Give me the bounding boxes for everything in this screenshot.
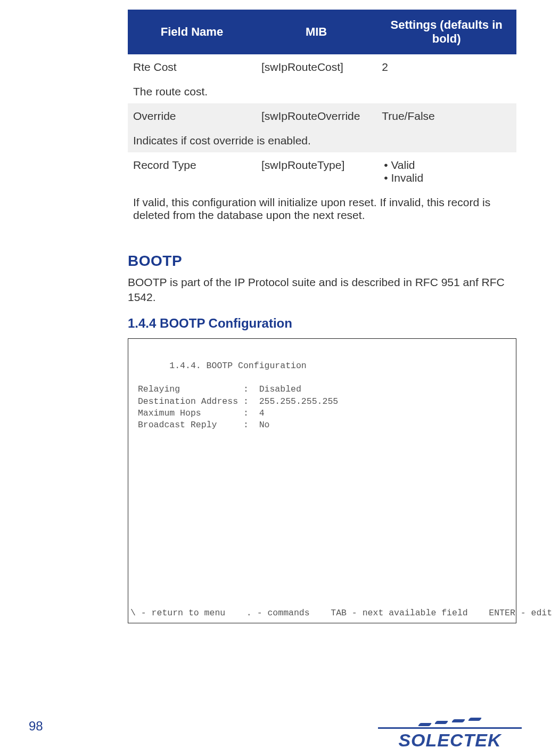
field-table: Field Name MIB Settings (defaults in bol… bbox=[128, 10, 516, 227]
terminal-title: 1.4.4. BOOTP Configuration bbox=[133, 361, 307, 371]
table-header-row: Field Name MIB Settings (defaults in bol… bbox=[128, 10, 516, 54]
terminal-screen: 1.4.4. BOOTP Configuration Relaying : Di… bbox=[128, 338, 516, 623]
setting-value: Valid bbox=[384, 159, 511, 172]
cell-setting-list: Valid Invalid bbox=[376, 152, 516, 190]
section-body-bootp: BOOTP is part of the IP Protocol suite a… bbox=[128, 275, 516, 305]
cell-setting: 2 bbox=[376, 54, 516, 79]
col-mib: MIB bbox=[256, 10, 376, 54]
terminal-row-label: Broadcast Reply : bbox=[138, 420, 249, 430]
cell-field: Record Type bbox=[128, 152, 256, 190]
cell-mib: [swIpRouteCost] bbox=[256, 54, 376, 79]
table-row-desc: The route cost. bbox=[128, 79, 516, 103]
terminal-footer: \ - return to menu . - commands TAB - ne… bbox=[130, 607, 512, 619]
logo-bars-icon bbox=[417, 718, 483, 726]
terminal-row-label: Relaying : bbox=[138, 384, 249, 394]
subsection-heading-bootp-config: 1.4.4 BOOTP Configuration bbox=[128, 316, 516, 331]
solectek-logo: SOLECTEK bbox=[378, 718, 522, 750]
terminal-row-label: Maximum Hops : bbox=[138, 408, 249, 418]
table-row-desc: Indicates if cost override is enabled. bbox=[128, 128, 516, 152]
cell-field: Rte Cost bbox=[128, 54, 256, 79]
cell-desc: Indicates if cost override is enabled. bbox=[128, 128, 516, 152]
section-heading-bootp: BOOTP bbox=[128, 253, 516, 270]
terminal-row-value: No bbox=[259, 420, 270, 430]
cell-mib: [swIpRouteType] bbox=[256, 152, 376, 190]
col-field-name: Field Name bbox=[128, 10, 256, 54]
table-row: Rte Cost [swIpRouteCost] 2 bbox=[128, 54, 516, 79]
col-settings: Settings (defaults in bold) bbox=[376, 10, 516, 54]
logo-text: SOLECTEK bbox=[378, 727, 522, 751]
cell-mib: [swIpRouteOverride bbox=[256, 103, 376, 128]
terminal-row-value: 255.255.255.255 bbox=[259, 396, 339, 407]
table-row: Record Type [swIpRouteType] Valid Invali… bbox=[128, 152, 516, 190]
table-row-desc: If valid, this configuration will initia… bbox=[128, 190, 516, 227]
terminal-row-value: Disabled bbox=[259, 384, 301, 394]
cell-setting: True/False bbox=[376, 103, 516, 128]
terminal-row-value: 4 bbox=[259, 408, 265, 418]
table-row: Override [swIpRouteOverride True/False bbox=[128, 103, 516, 128]
setting-value: Invalid bbox=[384, 172, 511, 184]
cell-desc: The route cost. bbox=[128, 79, 516, 103]
cell-desc: If valid, this configuration will initia… bbox=[128, 190, 516, 227]
page-number: 98 bbox=[29, 719, 43, 734]
cell-field: Override bbox=[128, 103, 256, 128]
terminal-row-label: Destination Address : bbox=[138, 396, 249, 407]
